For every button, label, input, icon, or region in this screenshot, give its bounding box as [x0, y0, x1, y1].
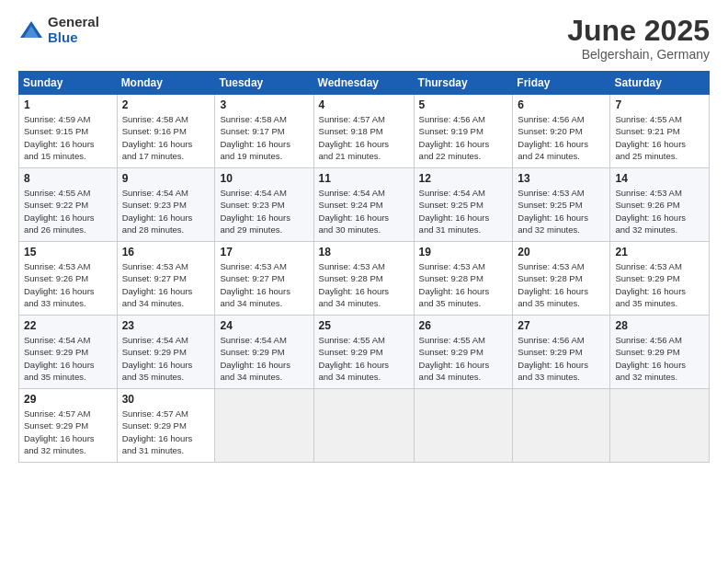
header-wednesday: Wednesday: [313, 72, 414, 95]
calendar-week-row: 29Sunrise: 4:57 AM Sunset: 9:29 PM Dayli…: [19, 389, 710, 463]
day-number: 19: [419, 246, 508, 259]
calendar-cell: [414, 389, 513, 463]
location-subtitle: Belgershain, Germany: [567, 47, 710, 62]
header-sunday: Sunday: [19, 72, 118, 95]
day-info: Sunrise: 4:59 AM Sunset: 9:15 PM Dayligh…: [24, 113, 112, 162]
calendar-cell: 28Sunrise: 4:56 AM Sunset: 9:29 PM Dayli…: [610, 316, 710, 389]
calendar-week-row: 22Sunrise: 4:54 AM Sunset: 9:29 PM Dayli…: [19, 316, 710, 389]
calendar-cell: 21Sunrise: 4:53 AM Sunset: 9:29 PM Dayli…: [610, 242, 710, 316]
logo: General Blue: [18, 15, 99, 45]
calendar-cell: 7Sunrise: 4:55 AM Sunset: 9:21 PM Daylig…: [610, 95, 710, 168]
title-block: June 2025 Belgershain, Germany: [567, 15, 710, 62]
day-number: 9: [122, 172, 210, 185]
day-number: 14: [615, 172, 704, 185]
logo-text: General Blue: [48, 15, 99, 45]
day-number: 24: [220, 319, 308, 332]
logo-icon: [18, 17, 44, 43]
day-number: 22: [24, 319, 112, 332]
day-number: 29: [24, 393, 112, 406]
header-thursday: Thursday: [414, 72, 513, 95]
day-info: Sunrise: 4:53 AM Sunset: 9:27 PM Dayligh…: [220, 260, 308, 309]
header-monday: Monday: [117, 72, 215, 95]
calendar-cell: [215, 389, 313, 463]
day-number: 12: [419, 172, 508, 185]
header-friday: Friday: [513, 72, 610, 95]
day-info: Sunrise: 4:55 AM Sunset: 9:22 PM Dayligh…: [24, 187, 112, 236]
day-number: 5: [419, 98, 508, 111]
logo-general: General: [48, 15, 99, 30]
calendar-week-row: 1Sunrise: 4:59 AM Sunset: 9:15 PM Daylig…: [19, 95, 710, 168]
day-info: Sunrise: 4:56 AM Sunset: 9:19 PM Dayligh…: [419, 113, 508, 162]
calendar-cell: 1Sunrise: 4:59 AM Sunset: 9:15 PM Daylig…: [19, 95, 118, 168]
calendar-cell: [513, 389, 610, 463]
calendar-cell: 14Sunrise: 4:53 AM Sunset: 9:26 PM Dayli…: [610, 168, 710, 242]
day-info: Sunrise: 4:54 AM Sunset: 9:24 PM Dayligh…: [319, 187, 409, 236]
day-info: Sunrise: 4:54 AM Sunset: 9:25 PM Dayligh…: [419, 187, 508, 236]
day-info: Sunrise: 4:57 AM Sunset: 9:18 PM Dayligh…: [319, 113, 409, 162]
header: General Blue June 2025 Belgershain, Germ…: [18, 15, 710, 62]
calendar-cell: 26Sunrise: 4:55 AM Sunset: 9:29 PM Dayli…: [414, 316, 513, 389]
calendar-header-row: Sunday Monday Tuesday Wednesday Thursday…: [19, 72, 710, 95]
header-tuesday: Tuesday: [215, 72, 313, 95]
day-info: Sunrise: 4:56 AM Sunset: 9:29 PM Dayligh…: [518, 334, 605, 383]
calendar-cell: 17Sunrise: 4:53 AM Sunset: 9:27 PM Dayli…: [215, 242, 313, 316]
calendar-cell: 13Sunrise: 4:53 AM Sunset: 9:25 PM Dayli…: [513, 168, 610, 242]
page: General Blue June 2025 Belgershain, Germ…: [0, 0, 728, 563]
calendar-cell: 4Sunrise: 4:57 AM Sunset: 9:18 PM Daylig…: [313, 95, 414, 168]
day-info: Sunrise: 4:53 AM Sunset: 9:28 PM Dayligh…: [419, 260, 508, 309]
calendar-cell: 2Sunrise: 4:58 AM Sunset: 9:16 PM Daylig…: [117, 95, 215, 168]
day-info: Sunrise: 4:56 AM Sunset: 9:20 PM Dayligh…: [518, 113, 605, 162]
day-info: Sunrise: 4:53 AM Sunset: 9:29 PM Dayligh…: [615, 260, 704, 309]
day-info: Sunrise: 4:55 AM Sunset: 9:21 PM Dayligh…: [615, 113, 704, 162]
day-info: Sunrise: 4:53 AM Sunset: 9:28 PM Dayligh…: [319, 260, 409, 309]
day-number: 13: [518, 172, 605, 185]
calendar-cell: 10Sunrise: 4:54 AM Sunset: 9:23 PM Dayli…: [215, 168, 313, 242]
calendar-cell: 9Sunrise: 4:54 AM Sunset: 9:23 PM Daylig…: [117, 168, 215, 242]
day-info: Sunrise: 4:54 AM Sunset: 9:29 PM Dayligh…: [220, 334, 308, 383]
day-info: Sunrise: 4:54 AM Sunset: 9:23 PM Dayligh…: [220, 187, 308, 236]
calendar-cell: 19Sunrise: 4:53 AM Sunset: 9:28 PM Dayli…: [414, 242, 513, 316]
day-number: 1: [24, 98, 112, 111]
day-info: Sunrise: 4:57 AM Sunset: 9:29 PM Dayligh…: [122, 408, 210, 456]
logo-blue: Blue: [48, 30, 99, 46]
day-info: Sunrise: 4:56 AM Sunset: 9:29 PM Dayligh…: [615, 334, 704, 383]
calendar-cell: 22Sunrise: 4:54 AM Sunset: 9:29 PM Dayli…: [19, 316, 118, 389]
day-number: 26: [419, 319, 508, 332]
calendar-week-row: 8Sunrise: 4:55 AM Sunset: 9:22 PM Daylig…: [19, 168, 710, 242]
calendar-cell: 16Sunrise: 4:53 AM Sunset: 9:27 PM Dayli…: [117, 242, 215, 316]
calendar-cell: 8Sunrise: 4:55 AM Sunset: 9:22 PM Daylig…: [19, 168, 118, 242]
calendar-cell: 12Sunrise: 4:54 AM Sunset: 9:25 PM Dayli…: [414, 168, 513, 242]
calendar-cell: 29Sunrise: 4:57 AM Sunset: 9:29 PM Dayli…: [19, 389, 118, 463]
day-number: 20: [518, 246, 605, 259]
calendar-cell: 30Sunrise: 4:57 AM Sunset: 9:29 PM Dayli…: [117, 389, 215, 463]
day-info: Sunrise: 4:54 AM Sunset: 9:29 PM Dayligh…: [122, 334, 210, 383]
calendar-cell: 27Sunrise: 4:56 AM Sunset: 9:29 PM Dayli…: [513, 316, 610, 389]
day-number: 3: [220, 98, 308, 111]
calendar-cell: 18Sunrise: 4:53 AM Sunset: 9:28 PM Dayli…: [313, 242, 414, 316]
day-number: 10: [220, 172, 308, 185]
day-info: Sunrise: 4:55 AM Sunset: 9:29 PM Dayligh…: [419, 334, 508, 383]
calendar-week-row: 15Sunrise: 4:53 AM Sunset: 9:26 PM Dayli…: [19, 242, 710, 316]
day-number: 7: [615, 98, 704, 111]
calendar-cell: 15Sunrise: 4:53 AM Sunset: 9:26 PM Dayli…: [19, 242, 118, 316]
calendar-cell: [313, 389, 414, 463]
day-number: 21: [615, 246, 704, 259]
day-info: Sunrise: 4:57 AM Sunset: 9:29 PM Dayligh…: [24, 408, 112, 456]
day-number: 11: [319, 172, 409, 185]
calendar-cell: 20Sunrise: 4:53 AM Sunset: 9:28 PM Dayli…: [513, 242, 610, 316]
day-info: Sunrise: 4:58 AM Sunset: 9:17 PM Dayligh…: [220, 113, 308, 162]
header-saturday: Saturday: [610, 72, 710, 95]
day-info: Sunrise: 4:58 AM Sunset: 9:16 PM Dayligh…: [122, 113, 210, 162]
day-info: Sunrise: 4:54 AM Sunset: 9:23 PM Dayligh…: [122, 187, 210, 236]
day-number: 8: [24, 172, 112, 185]
calendar-cell: 3Sunrise: 4:58 AM Sunset: 9:17 PM Daylig…: [215, 95, 313, 168]
day-number: 2: [122, 98, 210, 111]
day-number: 28: [615, 319, 704, 332]
day-number: 30: [122, 393, 210, 406]
calendar-cell: 6Sunrise: 4:56 AM Sunset: 9:20 PM Daylig…: [513, 95, 610, 168]
day-info: Sunrise: 4:55 AM Sunset: 9:29 PM Dayligh…: [319, 334, 409, 383]
month-title: June 2025: [567, 15, 710, 47]
day-number: 27: [518, 319, 605, 332]
day-info: Sunrise: 4:53 AM Sunset: 9:26 PM Dayligh…: [24, 260, 112, 309]
day-number: 15: [24, 246, 112, 259]
